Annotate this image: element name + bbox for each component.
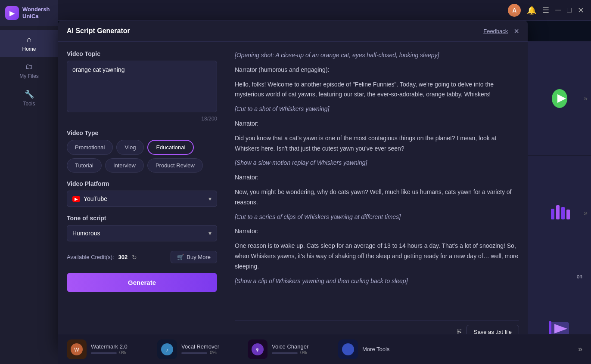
tool-vocal-progress-bar [181, 352, 207, 354]
type-btn-educational[interactable]: Educational [147, 140, 194, 155]
script-para-5: Did you know that a cat's yawn is one of… [235, 133, 519, 154]
svg-rect-5 [566, 210, 570, 219]
script-para-3: [Cut to a shot of Whiskers yawning] [235, 104, 519, 114]
tone-label: Tone of script [67, 215, 217, 222]
card-3-label: on [577, 274, 582, 280]
buy-more-button[interactable]: 🛒 Buy More [171, 251, 217, 263]
tone-value: Humorous [72, 230, 100, 237]
watermark-tool-icon: W [69, 342, 84, 357]
window-close-icon[interactable]: ✕ [578, 6, 584, 15]
script-para-1: Narrator (humorous and engaging): [235, 65, 519, 75]
tool-watermark-info: Watermark 2.0 0% [91, 343, 128, 355]
type-btn-product-review[interactable]: Product Review [147, 158, 203, 173]
user-avatar[interactable]: A [508, 4, 521, 17]
video-type-buttons: Promotional Vlog Educational Tutorial In… [67, 140, 217, 173]
tools-icon: 🔧 [25, 89, 34, 99]
tool-more-info: More Tools [362, 346, 389, 352]
card-1-icon [547, 86, 572, 111]
video-topic-input[interactable]: orange cat yawning [67, 61, 217, 112]
minimize-icon[interactable]: ─ [555, 6, 561, 15]
tool-voice-percent: 0% [300, 350, 307, 355]
maximize-icon[interactable]: □ [567, 6, 572, 15]
files-icon: 🗂 [25, 62, 33, 71]
video-topic-section: Video Topic orange cat yawning 18/200 [67, 50, 217, 122]
sidebar-item-home[interactable]: ⌂ Home [0, 30, 58, 57]
dialog-header-right: Feedback × [483, 27, 519, 35]
card-1[interactable]: » [528, 41, 591, 156]
topbar: A 🔔 ☰ ─ □ ✕ [58, 0, 591, 21]
tool-watermark[interactable]: W Watermark 2.0 0% [67, 339, 144, 359]
credits-label: Available Credit(s): [67, 254, 114, 260]
tool-more-label: More Tools [362, 346, 389, 352]
tool-voice-changer[interactable]: 🎙 Voice Changer 0% [248, 339, 325, 359]
left-panel: Video Topic orange cat yawning 18/200 Vi… [58, 42, 226, 348]
sidebar-item-my-files[interactable]: 🗂 My Files [0, 57, 58, 84]
refresh-icon[interactable]: ↻ [132, 254, 137, 261]
app-logo: ▶ WondershUniCa [0, 0, 58, 26]
platform-select[interactable]: ▶ YouTube ▾ [67, 191, 217, 207]
script-para-6: [Show a slow-motion replay of Whiskers y… [235, 158, 519, 168]
tone-select[interactable]: Humorous ▾ [67, 225, 217, 241]
bottom-bar-next-arrow[interactable]: » [578, 345, 582, 354]
video-platform-label: Video Platform [67, 180, 217, 187]
script-para-0: [Opening shot: A close-up of an orange c… [235, 50, 519, 61]
svg-text:♪: ♪ [166, 348, 168, 352]
platform-value: YouTube [84, 195, 107, 202]
dialog-title: AI Script Generator [67, 27, 130, 35]
tool-voice-info: Voice Changer 0% [272, 343, 308, 355]
video-type-label: Video Type [67, 130, 217, 136]
right-cards: » » on [528, 41, 591, 364]
tool-voice-progress-bar [272, 352, 298, 354]
voice-changer-icon: 🎙 [248, 339, 268, 359]
credits-value: 302 [118, 254, 128, 260]
youtube-icon: ▶ [72, 196, 80, 202]
close-button[interactable]: × [514, 27, 519, 35]
type-btn-promotional[interactable]: Promotional [67, 140, 113, 155]
menu-icon[interactable]: ☰ [542, 6, 549, 15]
logo-icon: ▶ [5, 6, 19, 20]
tool-more-tools[interactable]: ⋯ More Tools [338, 339, 416, 359]
tool-watermark-progress-bar [91, 352, 117, 354]
watermark-icon: W [67, 339, 87, 359]
card-2[interactable]: » [528, 156, 591, 270]
logo-text: WondershUniCa [22, 6, 50, 19]
card-1-arrow-icon: » [584, 95, 588, 102]
script-para-11: One reason is to wake up. Cats sleep for… [235, 241, 519, 271]
sidebar-item-tools[interactable]: 🔧 Tools [0, 84, 58, 112]
home-icon: ⌂ [27, 35, 31, 44]
tone-chevron-icon: ▾ [208, 230, 212, 237]
notification-icon[interactable]: 🔔 [527, 6, 536, 15]
tool-vocal-label: Vocal Remover [181, 343, 219, 350]
dialog-body: Video Topic orange cat yawning 18/200 Vi… [58, 42, 528, 348]
feedback-link[interactable]: Feedback [483, 28, 508, 34]
script-para-8: Now, you might be wondering, why do cats… [235, 187, 519, 208]
sidebar-nav: ⌂ Home 🗂 My Files 🔧 Tools [0, 30, 58, 112]
tool-vocal-percent: 0% [210, 350, 217, 355]
script-para-9: [Cut to a series of clips of Whiskers ya… [235, 212, 519, 222]
type-btn-interview[interactable]: Interview [105, 158, 144, 173]
script-para-4: Narrator: [235, 119, 519, 129]
sidebar-item-tools-label: Tools [23, 101, 35, 107]
right-panel: [Opening shot: A close-up of an orange c… [226, 42, 528, 348]
svg-rect-4 [561, 207, 565, 219]
sidebar-item-files-label: My Files [19, 73, 39, 79]
platform-chevron-icon: ▾ [208, 195, 212, 202]
tool-vocal-remover[interactable]: ♪ Vocal Remover 0% [157, 339, 235, 359]
generate-button[interactable]: Generate [67, 273, 217, 292]
tool-watermark-label: Watermark 2.0 [91, 343, 128, 350]
dialog-overlay: AI Script Generator Feedback × Video Top… [58, 21, 591, 364]
svg-rect-2 [551, 209, 554, 219]
type-btn-tutorial[interactable]: Tutorial [67, 158, 102, 173]
card-2-icon [547, 200, 572, 226]
type-btn-vlog[interactable]: Vlog [116, 140, 144, 155]
video-topic-label: Video Topic [67, 50, 217, 57]
svg-text:⋯: ⋯ [346, 348, 350, 352]
tool-vocal-info: Vocal Remover 0% [181, 343, 219, 355]
script-para-7: Narrator: [235, 173, 519, 183]
voice-changer-tool-icon: 🎙 [250, 342, 265, 357]
sidebar-item-home-label: Home [22, 46, 36, 52]
script-para-10: Narrator: [235, 226, 519, 237]
tool-voice-progress-row: 0% [272, 350, 308, 355]
tone-section: Tone of script Humorous ▾ [67, 215, 217, 241]
ai-script-generator-dialog: AI Script Generator Feedback × Video Top… [58, 21, 528, 348]
